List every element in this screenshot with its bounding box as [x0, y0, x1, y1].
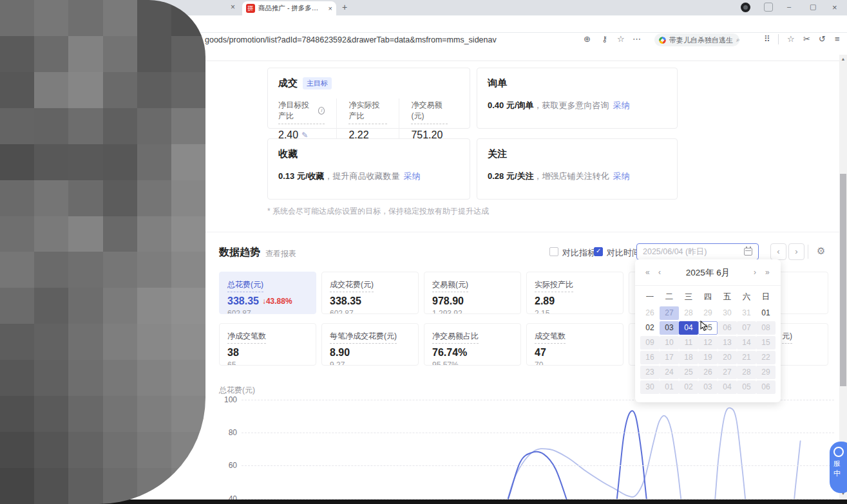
metric-card-净交易额占比[interactable]: 净交易额占比76.74%95.57% — [424, 323, 521, 366]
calendar-day-11: 11 — [679, 336, 698, 350]
scrollbar-thumb[interactable] — [840, 174, 846, 386]
calendar-day-02[interactable]: 02 — [640, 321, 660, 335]
mosaic-block — [137, 288, 171, 324]
password-key-icon[interactable]: ⚷ — [602, 34, 608, 44]
metric-card-净成交笔数[interactable]: 净成交笔数3865 — [219, 323, 316, 366]
zoom-icon[interactable]: ⊕ — [584, 34, 591, 44]
extension-badge-icon[interactable] — [741, 3, 750, 12]
mosaic-block — [34, 252, 68, 288]
scissors-icon[interactable]: ✂ — [803, 34, 810, 44]
new-tab-button[interactable]: + — [342, 2, 347, 12]
calendar-day-28[interactable]: 28 — [679, 306, 698, 320]
gear-icon[interactable]: ⚙ — [817, 245, 825, 257]
next-month-icon[interactable]: › — [754, 268, 756, 277]
calendar-day-06: 06 — [718, 321, 737, 335]
bookmark-star-icon[interactable]: ☆ — [617, 34, 625, 44]
search-suggestion-text[interactable]: 带妻儿自杀独自逃生 — [669, 35, 733, 45]
undo-icon[interactable]: ↺ — [819, 34, 826, 44]
mosaic-block — [0, 36, 34, 72]
mosaic-block — [171, 252, 205, 288]
metric-card-value: 76.74% — [432, 347, 513, 359]
next-day-button[interactable]: › — [788, 243, 804, 260]
next-year-icon[interactable]: » — [765, 268, 770, 277]
mosaic-block — [103, 216, 137, 252]
info-icon[interactable]: i — [318, 107, 325, 115]
mosaic-block — [68, 180, 102, 216]
metric-card-交易额(元)[interactable]: 交易额(元)978.901,293.92 — [424, 272, 521, 314]
calendar-day-01[interactable]: 01 — [756, 306, 776, 320]
apps-grid-icon[interactable]: ⠿ — [764, 34, 770, 44]
calendar-day-31[interactable]: 31 — [737, 306, 756, 320]
calendar-day-08: 08 — [756, 321, 776, 335]
favorites-list-icon[interactable]: ☆ — [787, 34, 795, 44]
metric-card-总花费(元)[interactable]: 总花费(元)338.35↓43.88%602.87 — [219, 272, 316, 314]
metric-card-成交笔数[interactable]: 成交笔数4770 — [526, 323, 623, 366]
mosaic-block — [103, 468, 137, 504]
extension-icon[interactable] — [764, 3, 773, 12]
mosaic-block — [171, 216, 205, 252]
calendar-day-29[interactable]: 29 — [698, 306, 718, 320]
window-minimize-button[interactable]: – — [787, 3, 791, 10]
calendar-month-title[interactable]: 2025年 6月 — [635, 267, 781, 279]
scroll-up-icon[interactable]: ▲ — [839, 57, 847, 61]
metric-card-label: 成交花费(元) — [330, 279, 374, 292]
weekday-label: 二 — [660, 292, 679, 303]
browser-tab-active[interactable]: 拼 商品推广 - 拼多多推广平台 × — [242, 1, 336, 15]
pinduoduo-favicon-icon: 拼 — [246, 4, 255, 13]
y-tick-60: 60 — [213, 461, 237, 470]
page-scrollbar[interactable]: ▲ ▼ — [839, 55, 847, 504]
compare-date-input[interactable]: 2025/06/04 (昨日) — [636, 243, 759, 260]
compare-metric-checkbox[interactable] — [549, 247, 558, 256]
adopt-link[interactable]: 采纳 — [613, 100, 630, 110]
metric-card-成交花费(元)[interactable]: 成交花费(元)338.35602.87 — [321, 272, 419, 314]
mosaic-block — [103, 432, 137, 468]
calendar-day-03[interactable]: 03 — [660, 321, 679, 335]
partial-tab-close-icon[interactable]: × — [231, 3, 235, 12]
adopt-link[interactable]: 采纳 — [404, 171, 421, 181]
window-close-button[interactable]: × — [832, 3, 837, 12]
window-maximize-button[interactable]: ▢ — [810, 3, 816, 11]
calendar-day-04[interactable]: 04 — [679, 321, 698, 335]
calendar-day-18: 18 — [679, 351, 698, 364]
mosaic-block — [137, 0, 171, 36]
compare-metric-label[interactable]: 对比指标 — [562, 247, 596, 259]
view-report-link[interactable]: 查看报表 — [265, 248, 296, 259]
calendar-day-26[interactable]: 26 — [640, 306, 660, 320]
metric-card-value: 47 — [535, 347, 615, 359]
goal-deal-title: 成交 — [278, 77, 298, 89]
compare-time-checkbox[interactable] — [594, 247, 603, 256]
mosaic-block — [0, 72, 34, 108]
section-divider — [205, 232, 839, 232]
goal-card-inquiry: 询单 0.40 元/询单，获取更多意向咨询采纳 — [477, 68, 678, 129]
metric-card-实际投产比[interactable]: 实际投产比2.892.15 — [526, 272, 623, 314]
tab-close-icon[interactable]: × — [328, 5, 332, 12]
calendar-day-01: 01 — [660, 380, 679, 394]
mosaic-block — [34, 144, 68, 180]
address-bar-url[interactable]: goods/promotion/list?adId=7848623592&dra… — [205, 35, 497, 44]
calendar-day-24: 24 — [660, 366, 679, 379]
calendar-day-13: 13 — [718, 336, 737, 350]
mosaic-block — [68, 36, 102, 72]
quick-search-box[interactable]: 带妻儿自杀独自逃生 ⌕ — [654, 33, 739, 46]
follow-price: 0.28 元/关注 — [488, 171, 534, 181]
menu-icon[interactable]: ≡ — [835, 34, 840, 44]
calendar-day-28: 28 — [737, 366, 756, 379]
search-icon[interactable]: ⌕ — [736, 36, 740, 44]
calendar-day-27: 27 — [718, 366, 737, 379]
customer-service-widget[interactable]: 服 中 — [830, 442, 847, 493]
calendar-day-30[interactable]: 30 — [718, 306, 737, 320]
more-extensions-icon[interactable]: ⋯ — [633, 34, 641, 44]
mosaic-block — [68, 324, 102, 360]
mosaic-block — [0, 144, 34, 180]
calendar-day-27[interactable]: 27 — [660, 306, 679, 320]
compare-time-label[interactable]: 对比时间 — [607, 247, 640, 259]
metric-card-value: 2.89 — [535, 295, 615, 307]
adopt-link[interactable]: 采纳 — [613, 171, 630, 181]
goal-inquiry-title: 询单 — [488, 77, 507, 89]
metric-card-每笔净成交花费(元)[interactable]: 每笔净成交花费(元)8.909.27 — [321, 323, 419, 366]
calendar-day-16: 16 — [640, 351, 660, 364]
calendar-icon[interactable] — [744, 248, 752, 256]
mosaic-block — [34, 468, 68, 504]
prev-day-button[interactable]: ‹ — [770, 243, 786, 260]
chart-series-对比(昨日) — [242, 408, 801, 499]
